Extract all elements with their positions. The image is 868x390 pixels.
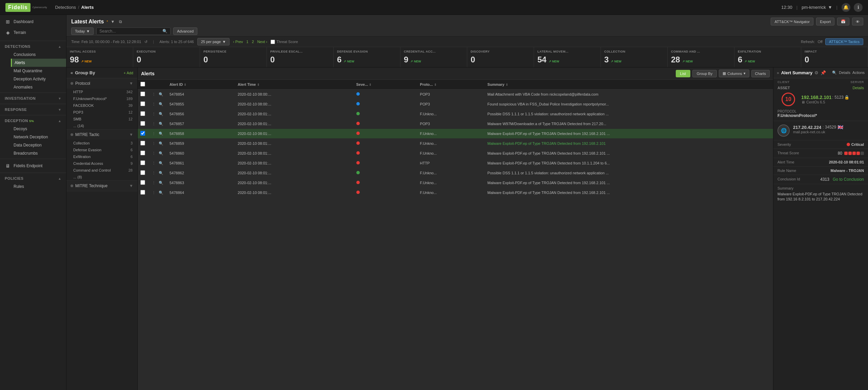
table-row[interactable]: ⋮ 🔍 5478862 2020-02-10 08:01:... F.Unkno…	[138, 168, 773, 178]
sidebar-item-mail-quarantine[interactable]: Mail Quarantine	[11, 67, 66, 75]
table-row[interactable]: ⋮ 🔍 5478856 2020-02-10 08:01:... F.Unkno…	[138, 109, 773, 119]
columns-button[interactable]: ▦ Columns ▾	[719, 70, 749, 77]
row-checkbox[interactable]	[140, 141, 145, 145]
row-search-button[interactable]: 🔍	[158, 131, 164, 137]
table-row[interactable]: ⋮ 🔍 5478860 2020-02-10 08:01:... F.Unkno…	[138, 149, 773, 158]
export-button[interactable]: Export	[816, 18, 834, 25]
table-row[interactable]: ⋮ 🔍 5478858 2020-02-10 08:01:... F.Unkno…	[138, 129, 773, 139]
refresh-icon[interactable]: ↺	[144, 40, 147, 44]
tactic-item-credential-acc...[interactable]: CREDENTIAL ACC... 9 ↗ NEW	[400, 47, 467, 67]
sidebar-item-conclusions[interactable]: Conclusions	[11, 51, 66, 59]
add-group-button[interactable]: + Add	[124, 71, 133, 75]
go-to-conclusion-link[interactable]: Go to Conclusion	[833, 177, 864, 182]
row-search-button[interactable]: 🔍	[158, 111, 164, 117]
sidebar-item-alerts[interactable]: Alerts	[11, 59, 66, 67]
calendar-button[interactable]: 📅	[837, 18, 849, 25]
group-item[interactable]: Credential Access 9	[66, 160, 137, 167]
row-menu-button[interactable]: ⋮	[151, 190, 157, 196]
row-menu-button[interactable]: ⋮	[151, 170, 157, 176]
row-checkbox[interactable]	[140, 190, 145, 195]
asset-details-link[interactable]: Details	[852, 86, 864, 90]
row-checkbox[interactable]	[140, 170, 145, 175]
row-search-button[interactable]: 🔍	[158, 101, 164, 107]
group-item[interactable]: ... (8)	[66, 174, 137, 180]
sidebar-item-dashboard[interactable]: ⊞ Dashboard	[0, 16, 66, 27]
row-search-button[interactable]: 🔍	[158, 180, 164, 186]
notifications-icon[interactable]: 🔔	[842, 3, 850, 12]
user-info[interactable]: pm-kmerrick ▼	[802, 5, 832, 10]
col-protocol[interactable]: Proto... ⇕	[417, 80, 485, 90]
table-row[interactable]: ⋮ 🔍 5478864 2020-02-10 08:01:... F.Unkno…	[138, 188, 773, 198]
row-search-button[interactable]: 🔍	[158, 140, 164, 147]
group-item[interactable]: Exfiltration 6	[66, 153, 137, 160]
table-row[interactable]: ⋮ 🔍 5478859 2020-02-10 08:01:... F.Unkno…	[138, 139, 773, 149]
col-alert-id[interactable]: Alert ID ⇕	[167, 80, 235, 90]
tactic-item-lateral-movem...[interactable]: LATERAL MOVEM... 54 ↗ NEW	[534, 47, 601, 67]
row-checkbox[interactable]	[140, 101, 145, 106]
alert-summary-link[interactable]: Malware Exploit-PDF.ep of Type TROJAN De…	[488, 141, 606, 145]
row-search-button[interactable]: 🔍	[158, 160, 164, 166]
attck-navigator-button[interactable]: ATT&CK™ Navigator	[771, 18, 813, 25]
group-by-tab-button[interactable]: Group By	[692, 70, 717, 77]
row-search-button[interactable]: 🔍	[158, 91, 164, 97]
details-link[interactable]: Details	[839, 71, 850, 75]
group-item[interactable]: HTTP 342	[66, 89, 137, 95]
sidebar-group-investigation[interactable]: INVESTIGATION ▼	[0, 94, 66, 102]
group-item[interactable]: POP3 12	[66, 109, 137, 116]
row-menu-button[interactable]: ⋮	[151, 150, 157, 156]
sidebar-item-deception-activity[interactable]: Deception Activity	[11, 75, 66, 83]
summary-expand-icon[interactable]: »	[777, 71, 779, 75]
summary-settings-icon[interactable]: ⚙	[814, 70, 818, 75]
per-page-selector[interactable]: 25 per page ▼	[197, 38, 230, 45]
prev-page-button[interactable]: ‹ Prev	[233, 40, 243, 44]
row-menu-button[interactable]: ⋮	[151, 91, 157, 97]
search-icon[interactable]: 🔍	[162, 29, 167, 34]
page-2-button[interactable]: 2	[252, 40, 254, 44]
today-filter-button[interactable]: Today ▼	[71, 27, 94, 35]
row-checkbox[interactable]	[140, 160, 145, 165]
sidebar-item-anomalies[interactable]: Anomalies	[11, 83, 66, 91]
threat-score-checkbox[interactable]: Threat Score	[271, 40, 298, 44]
row-checkbox[interactable]	[140, 121, 145, 126]
tactic-item-exfiltration[interactable]: EXFILTRATION 6 ↗ NEW	[734, 47, 801, 67]
tactic-item-persistence[interactable]: PERSISTENCE 0	[200, 47, 267, 67]
col-summary[interactable]: Summary ⇕	[485, 80, 773, 90]
table-row[interactable]: ⋮ 🔍 5478861 2020-02-10 08:01:... HTTP Ma…	[138, 158, 773, 168]
summary-search-icon[interactable]: 🔍	[832, 71, 837, 75]
sidebar-item-data-deception[interactable]: Data Deception	[11, 141, 66, 149]
sidebar-group-policies[interactable]: POLICIES ▲	[0, 174, 66, 182]
summary-pin-icon[interactable]: 📌	[821, 70, 826, 75]
tactic-item-initial-access[interactable]: INITIAL ACCESS 98 ↗ NEW	[66, 47, 133, 67]
attck-tactics-button[interactable]: ATT&CK™ Tactics	[825, 38, 863, 45]
group-section-header-1[interactable]: MITRE Tactic ▼	[66, 130, 137, 140]
alerts-copy-icon[interactable]: ⧉	[119, 19, 122, 24]
row-search-button[interactable]: 🔍	[158, 190, 164, 196]
group-item[interactable]: Defense Evasion 6	[66, 147, 137, 153]
page-1-button[interactable]: 1	[246, 40, 249, 44]
row-menu-button[interactable]: ⋮	[151, 160, 157, 166]
tactic-item-command-and-...[interactable]: COMMAND AND ... 28 ↗ NEW	[668, 47, 734, 67]
row-menu-button[interactable]: ⋮	[151, 121, 157, 127]
row-menu-button[interactable]: ⋮	[151, 111, 157, 117]
group-item[interactable]: Command and Control 28	[66, 167, 137, 174]
search-input[interactable]	[99, 29, 160, 34]
col-alert-time[interactable]: Alert Time ⇕	[235, 80, 354, 90]
tactic-item-privilege-escal...[interactable]: PRIVILEGE ESCAL... 0	[267, 47, 334, 67]
table-row[interactable]: ⋮ 🔍 5478863 2020-02-10 08:01:... F.Unkno…	[138, 178, 773, 188]
row-checkbox[interactable]	[140, 151, 145, 155]
sidebar-item-network-deception[interactable]: Network Deception	[11, 133, 66, 141]
sidebar-item-rules[interactable]: Rules	[11, 182, 66, 191]
row-checkbox[interactable]	[140, 111, 145, 116]
table-row[interactable]: ⋮ 🔍 5478855 2020-02-10 08:00:... POP3 Fo…	[138, 99, 773, 109]
sidebar-group-response[interactable]: RESPONSE ▼	[0, 105, 66, 114]
row-menu-button[interactable]: ⋮	[151, 140, 157, 147]
alerts-dropdown[interactable]: ▼	[111, 19, 115, 24]
row-menu-button[interactable]: ⋮	[151, 131, 157, 137]
row-checkbox[interactable]	[140, 131, 145, 136]
charts-button[interactable]: Charts	[751, 70, 770, 77]
row-checkbox[interactable]	[140, 92, 145, 96]
search-box[interactable]: 🔍	[96, 27, 171, 35]
advanced-button[interactable]: Advanced	[173, 27, 197, 35]
eye-button[interactable]: 👁	[852, 18, 863, 25]
row-search-button[interactable]: 🔍	[158, 170, 164, 176]
